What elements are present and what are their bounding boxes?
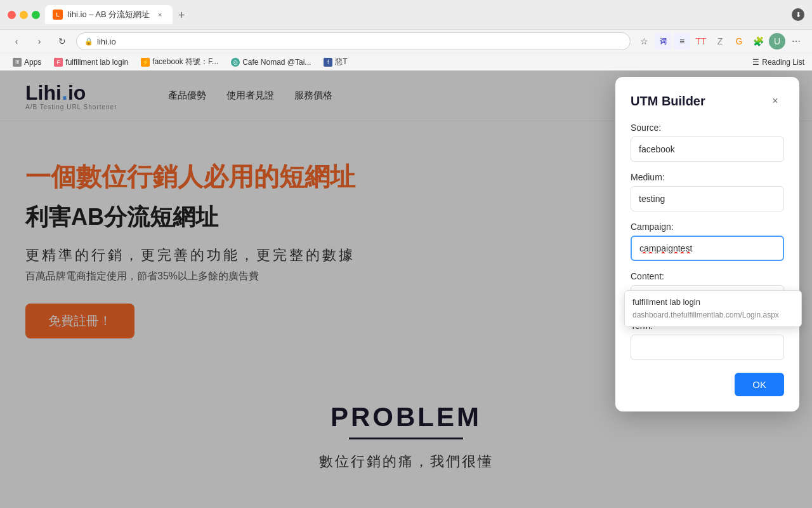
- tab-favicon: L: [53, 10, 63, 20]
- campaign-field-group: Campaign:: [631, 222, 784, 261]
- term-field-group: Term: fulfillment lab login dashboard.th…: [631, 321, 784, 360]
- content-label: Content:: [631, 271, 784, 281]
- reader-icon[interactable]: ≡: [674, 33, 690, 50]
- cafe-label: Cafe Nomad @Tai...: [242, 58, 311, 67]
- bookmarks-bar: ⊞ Apps F fulfillment lab login ⚡ faceboo…: [0, 53, 812, 70]
- bookmark-cafe[interactable]: ◎ Cafe Nomad @Tai...: [226, 57, 316, 68]
- address-bar[interactable]: 🔒 lihi.io: [76, 32, 631, 50]
- page-content: Lihi.io A/B Testing URL Shortener 產品優勢 使…: [0, 70, 812, 508]
- address-text: lihi.io: [97, 37, 116, 46]
- modal-title: UTM Builder: [631, 94, 705, 109]
- extensions-icon[interactable]: 🧩: [750, 33, 766, 50]
- maximize-window-button[interactable]: [32, 11, 40, 19]
- download-icon: ⬇: [792, 8, 804, 21]
- reading-list-label: Reading List: [762, 58, 804, 67]
- minimize-window-button[interactable]: [20, 11, 28, 19]
- menu-icon[interactable]: ⋯: [788, 33, 804, 50]
- bookmark-star-icon[interactable]: ☆: [636, 33, 652, 50]
- bookmark-apps[interactable]: ⊞ Apps: [8, 57, 46, 68]
- term-input[interactable]: [631, 335, 784, 360]
- bookmark-facebook[interactable]: ⚡ facebook 符號：F...: [136, 55, 223, 69]
- navigation-bar: ‹ › ↻ 🔒 lihi.io ☆ 词 ≡ TT Z G 🧩 U ⋯: [0, 29, 812, 53]
- active-tab[interactable]: L lihi.io – AB 分流短網址 ×: [45, 5, 173, 24]
- profile-icon[interactable]: U: [769, 33, 785, 50]
- source-field-group: Source:: [631, 123, 784, 162]
- evil-label: 惡T: [335, 57, 347, 67]
- lock-icon: 🔒: [84, 37, 93, 46]
- modal-overlay: UTM Builder × Source: Medium: Campaign: …: [0, 70, 812, 508]
- reading-list-button[interactable]: ☰ Reading List: [752, 58, 804, 67]
- campaign-label: Campaign:: [631, 222, 784, 232]
- medium-field-group: Medium:: [631, 172, 784, 211]
- modal-footer: OK: [631, 373, 784, 396]
- apps-label: Apps: [24, 58, 41, 67]
- bookmark-fulfillment[interactable]: F fulfillment lab login: [49, 57, 133, 68]
- back-button[interactable]: ‹: [8, 32, 25, 50]
- close-window-button[interactable]: [8, 11, 16, 19]
- translate-icon[interactable]: TT: [693, 33, 709, 50]
- nav-actions: ☆ 词 ≡ TT Z G 🧩 U ⋯: [636, 33, 804, 50]
- facebook-label: facebook 符號：F...: [152, 57, 218, 67]
- vocab-icon[interactable]: 词: [655, 33, 671, 50]
- medium-label: Medium:: [631, 172, 784, 182]
- grammarly-icon[interactable]: G: [731, 33, 747, 50]
- tooltip-line1: fulfillment lab login: [632, 296, 794, 309]
- source-label: Source:: [631, 123, 784, 133]
- modal-header: UTM Builder ×: [631, 92, 784, 110]
- traffic-lights[interactable]: [8, 11, 40, 19]
- reload-button[interactable]: ↻: [53, 32, 71, 50]
- facebook-favicon: ⚡: [141, 58, 150, 67]
- forward-button[interactable]: ›: [30, 32, 48, 50]
- tab-title: lihi.io – AB 分流短網址: [68, 9, 150, 20]
- medium-input[interactable]: [631, 186, 784, 211]
- utm-modal: UTM Builder × Source: Medium: Campaign: …: [615, 77, 799, 411]
- bookmark-evil[interactable]: f 惡T: [318, 55, 352, 69]
- tooltip-popup: fulfillment lab login dashboard.thefulfi…: [624, 290, 802, 327]
- ok-button[interactable]: OK: [735, 373, 784, 396]
- fulfillment-label: fulfillment lab login: [65, 58, 128, 67]
- cafe-favicon: ◎: [231, 58, 240, 67]
- source-input[interactable]: [631, 137, 784, 162]
- reading-list-icon: ☰: [752, 58, 759, 67]
- evil-favicon: f: [324, 58, 332, 67]
- new-tab-button[interactable]: +: [173, 6, 190, 24]
- campaign-input[interactable]: [631, 236, 784, 261]
- zhidao-icon[interactable]: Z: [712, 33, 728, 50]
- tab-close-button[interactable]: ×: [155, 10, 165, 20]
- fulfillment-favicon: F: [54, 58, 63, 67]
- modal-close-button[interactable]: ×: [766, 92, 784, 110]
- apps-favicon: ⊞: [13, 58, 22, 67]
- tooltip-line2: dashboard.thefulfillmentlab.com/Login.as…: [632, 309, 794, 321]
